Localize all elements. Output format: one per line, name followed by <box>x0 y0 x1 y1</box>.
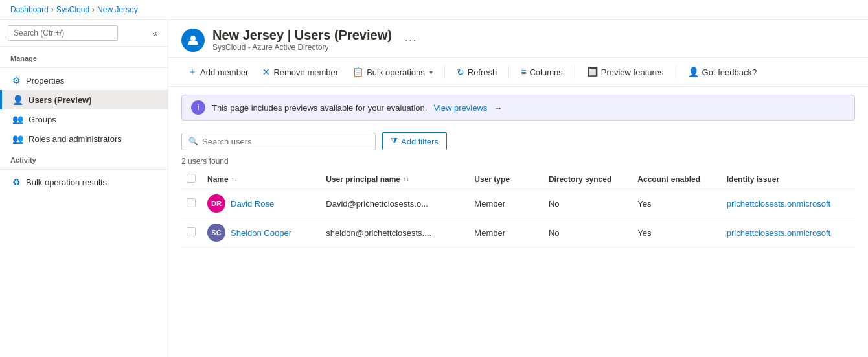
columns-btn[interactable]: ≡ Columns <box>514 63 569 80</box>
search-users-input[interactable] <box>202 137 369 146</box>
toolbar-sep-3 <box>575 65 575 78</box>
add-filters-btn[interactable]: ⧩ Add filters <box>382 132 447 150</box>
users-area: 🔍 ⧩ Add filters 2 users found <box>168 126 868 357</box>
sidebar-label-properties: Properties <box>26 76 64 86</box>
row-enabled: Yes <box>632 218 721 248</box>
toolbar: ＋ Add member ✕ Remove member 📋 Bulk oper… <box>168 58 868 87</box>
got-feedback-btn[interactable]: 👤 Got feedback? <box>681 63 764 80</box>
preview-banner-link[interactable]: View previews <box>433 103 487 113</box>
row-type: Member <box>469 189 543 218</box>
row-type: Member <box>469 218 543 248</box>
breadcrumb-dashboard[interactable]: Dashboard <box>10 5 49 14</box>
sidebar-divider-activity <box>0 169 168 170</box>
add-member-btn[interactable]: ＋ Add member <box>181 63 255 81</box>
th-name[interactable]: Name ↑↓ <box>202 170 321 189</box>
th-issuer: Identity issuer <box>722 170 855 189</box>
row-enabled: Yes <box>632 189 721 218</box>
refresh-btn[interactable]: ↻ Refresh <box>450 63 504 80</box>
upn-sort-icon: ↑↓ <box>403 176 409 183</box>
row-checkbox[interactable] <box>187 198 196 207</box>
row-checkbox[interactable] <box>187 227 196 236</box>
th-upn[interactable]: User principal name ↑↓ <box>321 170 469 189</box>
columns-icon: ≡ <box>521 67 526 77</box>
sidebar-label-bulk-results: Bulk operation results <box>26 178 107 187</box>
preview-features-btn[interactable]: 🔲 Preview features <box>580 63 670 80</box>
th-enabled: Account enabled <box>632 170 721 189</box>
more-options-btn[interactable]: ··· <box>405 34 417 46</box>
remove-member-btn[interactable]: ✕ Remove member <box>256 63 345 80</box>
groups-icon: 👥 <box>12 114 23 124</box>
table-row: SC Sheldon Cooper sheldon@prichettcloses… <box>181 218 855 248</box>
svg-point-0 <box>190 36 196 41</box>
select-all-checkbox[interactable] <box>187 174 196 183</box>
feedback-icon: 👤 <box>688 67 699 77</box>
breadcrumb: Dashboard › SysCloud › New Jersey <box>0 0 868 20</box>
breadcrumb-newjersey[interactable]: New Jersey <box>97 5 138 14</box>
th-sync: Directory synced <box>543 170 632 189</box>
row-check <box>181 218 202 248</box>
users-count: 2 users found <box>181 154 855 170</box>
bulk-results-icon: ♻ <box>12 177 21 187</box>
row-issuer: prichettclosests.onmicrosoft <box>722 189 855 218</box>
avatar <box>181 29 205 52</box>
preview-features-label: Preview features <box>601 67 664 77</box>
add-member-label: Add member <box>200 67 248 77</box>
sidebar-search-input[interactable] <box>8 25 118 41</box>
remove-icon: ✕ <box>262 67 270 77</box>
page-header-text: New Jersey | Users (Preview) SysCloud - … <box>212 28 392 52</box>
row-upn: David@prichettclosests.o... <box>321 189 469 218</box>
filter-icon: ⧩ <box>391 136 398 146</box>
row-check <box>181 189 202 218</box>
sidebar-label-users: Users (Preview) <box>29 95 92 105</box>
sidebar-collapse-btn[interactable]: « <box>150 27 160 40</box>
row-name: SC Sheldon Cooper <box>202 218 321 248</box>
issuer-link[interactable]: prichettclosests.onmicrosoft <box>727 199 830 209</box>
search-users-container: 🔍 <box>181 133 376 150</box>
sidebar-section-manage: Manage <box>0 47 168 65</box>
breadcrumb-syscloud[interactable]: SysCloud <box>56 5 89 14</box>
sidebar-item-roles[interactable]: 👥 Roles and administrators <box>0 129 168 148</box>
breadcrumb-sep2: › <box>92 5 95 14</box>
row-sync: No <box>543 218 632 248</box>
sidebar-item-bulk-results[interactable]: ♻ Bulk operation results <box>0 172 168 192</box>
bulk-icon: 📋 <box>352 67 363 77</box>
th-check <box>181 170 202 189</box>
page-subtitle: SysCloud - Azure Active Directory <box>212 43 392 52</box>
sidebar-item-users[interactable]: 👤 Users (Preview) <box>0 90 168 109</box>
toolbar-sep-4 <box>676 65 676 78</box>
refresh-label: Refresh <box>468 67 497 77</box>
row-upn: sheldon@prichettclosests.... <box>321 218 469 248</box>
filter-row: 🔍 ⧩ Add filters <box>181 126 855 154</box>
preview-icon: 🔲 <box>587 67 598 77</box>
users-icon: 👤 <box>12 95 23 105</box>
issuer-link[interactable]: prichettclosests.onmicrosoft <box>727 228 830 238</box>
sidebar-divider-manage <box>0 67 168 68</box>
main-content: New Jersey | Users (Preview) SysCloud - … <box>168 20 868 357</box>
page-header: New Jersey | Users (Preview) SysCloud - … <box>168 20 868 58</box>
add-icon: ＋ <box>188 66 197 78</box>
user-name-link[interactable]: Sheldon Cooper <box>231 228 291 238</box>
user-avatar: SC <box>207 224 225 242</box>
user-name-link[interactable]: David Rose <box>231 199 274 209</box>
columns-label: Columns <box>529 67 562 77</box>
sidebar-item-properties[interactable]: ⚙ Properties <box>0 71 168 90</box>
refresh-icon: ↻ <box>457 67 464 77</box>
page-title: New Jersey | Users (Preview) <box>212 28 392 43</box>
sidebar-item-groups[interactable]: 👥 Groups <box>0 109 168 129</box>
preview-banner-text: This page includes previews available fo… <box>212 103 427 113</box>
user-avatar: DR <box>207 194 225 213</box>
users-table: Name ↑↓ User principal name ↑↓ User type <box>181 170 855 248</box>
sidebar-label-groups: Groups <box>29 115 56 124</box>
breadcrumb-sep1: › <box>51 5 54 14</box>
toolbar-sep-1 <box>444 65 445 78</box>
th-type: User type <box>469 170 543 189</box>
sidebar-search-container: « <box>0 20 168 47</box>
row-issuer: prichettclosests.onmicrosoft <box>722 218 855 248</box>
preview-banner-icon: i <box>191 100 205 115</box>
search-icon: 🔍 <box>188 137 198 146</box>
bulk-operations-btn[interactable]: 📋 Bulk operations <box>346 63 439 80</box>
row-sync: No <box>543 189 632 218</box>
toolbar-sep-2 <box>508 65 509 78</box>
preview-banner: i This page includes previews available … <box>181 95 855 121</box>
row-name: DR David Rose <box>202 189 321 218</box>
